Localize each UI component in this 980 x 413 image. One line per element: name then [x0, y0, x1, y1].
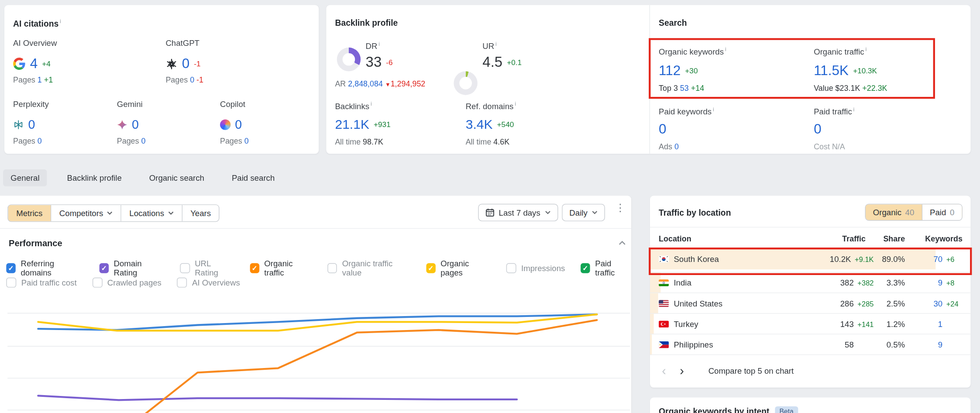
keywords-link[interactable]: 30	[933, 299, 942, 308]
performance-title: Performance	[9, 238, 62, 248]
backlink-profile-title: Backlink profile	[335, 18, 398, 28]
metric-checkbox-impressions[interactable]: Impressions	[506, 263, 565, 273]
segment-locations[interactable]: Locations	[121, 205, 182, 221]
chatgpt-value[interactable]: 0	[182, 55, 190, 72]
checked-checkbox-icon[interactable]: ✓	[6, 263, 16, 273]
copilot-pages: Pages 0	[220, 137, 249, 146]
metric-checkbox-organic-pages[interactable]: ✓Organic pages	[426, 259, 491, 278]
metric-checkbox-label: Impressions	[521, 263, 565, 272]
keywords-by-intent-card: Organic keywords by intent Beta	[650, 398, 970, 413]
ar-row: AR 2,848,084 ▼1,294,952	[335, 79, 425, 88]
ai-overview-value[interactable]: 4	[30, 55, 38, 72]
info-icon[interactable]: i	[378, 41, 380, 47]
location-row-philippines[interactable]: Philippines 58 0.5% 9	[650, 334, 970, 355]
unchecked-checkbox-icon[interactable]	[92, 278, 102, 288]
gemini-value[interactable]: 0	[132, 117, 139, 132]
date-range-button[interactable]: Last 7 days	[478, 204, 558, 221]
ur-label: URi	[482, 41, 497, 51]
organic-keywords-delta: +30	[685, 66, 698, 75]
metric-checkbox-row-1: ✓Referring domains✓Domain RatingURL Rati…	[6, 259, 631, 278]
ar-value[interactable]: 2,848,084	[348, 79, 383, 88]
keywords-link[interactable]: 70	[933, 255, 942, 264]
next-page-button[interactable]: ›	[680, 365, 684, 376]
column-header-keywords[interactable]: Keywords	[925, 234, 963, 243]
segment-metrics[interactable]: Metrics	[8, 205, 52, 221]
checked-checkbox-icon[interactable]: ✓	[250, 263, 259, 273]
column-header-share[interactable]: Share	[883, 234, 905, 243]
info-icon[interactable]: i	[60, 18, 61, 24]
info-icon[interactable]: i	[495, 41, 497, 47]
segment-competitors[interactable]: Competitors	[51, 205, 121, 221]
backlinks-value[interactable]: 21.1K	[335, 117, 369, 132]
table-bottom-divider	[650, 354, 970, 355]
unchecked-checkbox-icon[interactable]	[180, 263, 190, 273]
metric-checkbox-organic-traffic[interactable]: ✓Organic traffic	[250, 259, 312, 278]
toolbar-divider	[0, 228, 631, 229]
toggle-organic[interactable]: Organic40	[866, 204, 922, 220]
keywords-link[interactable]: 9	[938, 340, 942, 349]
info-icon[interactable]: i	[713, 106, 714, 112]
paid-keywords-value[interactable]: 0	[659, 121, 667, 138]
segment-years[interactable]: Years	[182, 205, 219, 221]
search-title: Search	[659, 18, 687, 28]
info-icon[interactable]: i	[515, 101, 516, 107]
metric-checkbox-paid-traffic-cost[interactable]: Paid traffic cost	[6, 278, 76, 288]
column-header-location[interactable]: Location	[659, 234, 691, 243]
organic-traffic-value-row: 11.5K +10.3K	[814, 62, 877, 79]
unchecked-checkbox-icon[interactable]	[177, 278, 187, 288]
copilot-value[interactable]: 0	[235, 117, 242, 132]
kebab-menu-icon[interactable]: ⋮	[615, 206, 626, 210]
calendar-icon	[485, 208, 494, 217]
down-triangle-icon: ▼	[385, 81, 391, 87]
metric-checkbox-label: Paid traffic	[595, 259, 631, 278]
metric-checkbox-ai-overviews[interactable]: AI Overviews	[177, 278, 240, 288]
metric-checkbox-url-rating[interactable]: URL Rating	[180, 259, 234, 278]
tab-general[interactable]: General	[3, 169, 47, 186]
collapse-chevron-up-icon[interactable]	[619, 241, 626, 245]
keywords-link[interactable]: 1	[938, 320, 942, 329]
metric-checkbox-referring-domains[interactable]: ✓Referring domains	[6, 259, 83, 278]
info-icon[interactable]: i	[725, 46, 726, 52]
perplexity-value[interactable]: 0	[28, 117, 35, 132]
location-row-turkey[interactable]: Turkey 143+141 1.2% 1	[650, 313, 970, 334]
gemini-label: Gemini	[117, 100, 143, 109]
granularity-button[interactable]: Daily	[562, 204, 605, 221]
checked-checkbox-icon[interactable]: ✓	[426, 263, 436, 273]
toggle-paid[interactable]: Paid0	[922, 204, 962, 220]
unchecked-checkbox-icon[interactable]	[506, 263, 516, 273]
location-row-united-states[interactable]: United States 286+285 2.5% 30+24	[650, 293, 970, 314]
location-row-india[interactable]: India 382+382 3.3% 9+8	[650, 272, 970, 293]
keywords-link[interactable]: 9	[938, 278, 942, 287]
tab-organic-search[interactable]: Organic search	[142, 169, 212, 186]
dashboard-viewport: { "icons": { "info": "i", "down_triangle…	[0, 0, 980, 413]
prev-page-button[interactable]: ‹	[662, 365, 666, 376]
metric-checkbox-paid-traffic[interactable]: ✓Paid traffic	[581, 259, 631, 278]
dr-label: DRi	[366, 41, 380, 51]
unchecked-checkbox-icon[interactable]	[328, 263, 337, 273]
info-icon[interactable]: i	[853, 106, 855, 112]
organic-traffic-value[interactable]: 11.5K	[814, 62, 849, 79]
paid-traffic-value[interactable]: 0	[814, 121, 822, 138]
metric-checkbox-label: Referring domains	[21, 259, 83, 278]
organic-keywords-value-row: 112 +30	[659, 62, 698, 79]
info-icon[interactable]: i	[371, 101, 372, 107]
gemini-pages: Pages 0	[117, 137, 146, 146]
checked-checkbox-icon[interactable]: ✓	[99, 263, 109, 273]
column-header-traffic[interactable]: Traffic	[842, 234, 866, 243]
compare-top5-button[interactable]: Compare top 5 on chart	[708, 366, 794, 375]
ref-domains-value[interactable]: 3.4K	[466, 117, 493, 132]
organic-keywords-value[interactable]: 112	[659, 62, 681, 79]
tab-backlink-profile[interactable]: Backlink profile	[59, 169, 129, 186]
unchecked-checkbox-icon[interactable]	[6, 278, 16, 288]
location-row-south-korea[interactable]: South Korea 10.2K+9.1K 89.0% 70+6	[650, 249, 970, 269]
checked-checkbox-icon[interactable]: ✓	[581, 263, 590, 273]
tab-paid-search[interactable]: Paid search	[224, 169, 282, 186]
metric-checkbox-crawled-pages[interactable]: Crawled pages	[92, 278, 162, 288]
organic-traffic-label: Organic traffici	[814, 46, 867, 56]
metric-checkbox-domain-rating[interactable]: ✓Domain Rating	[99, 259, 165, 278]
info-icon[interactable]: i	[866, 46, 867, 52]
beta-badge: Beta	[775, 406, 798, 413]
google-icon	[13, 58, 26, 70]
performance-chart[interactable]	[0, 294, 631, 413]
metric-checkbox-organic-traffic-value[interactable]: Organic traffic value	[328, 259, 411, 278]
